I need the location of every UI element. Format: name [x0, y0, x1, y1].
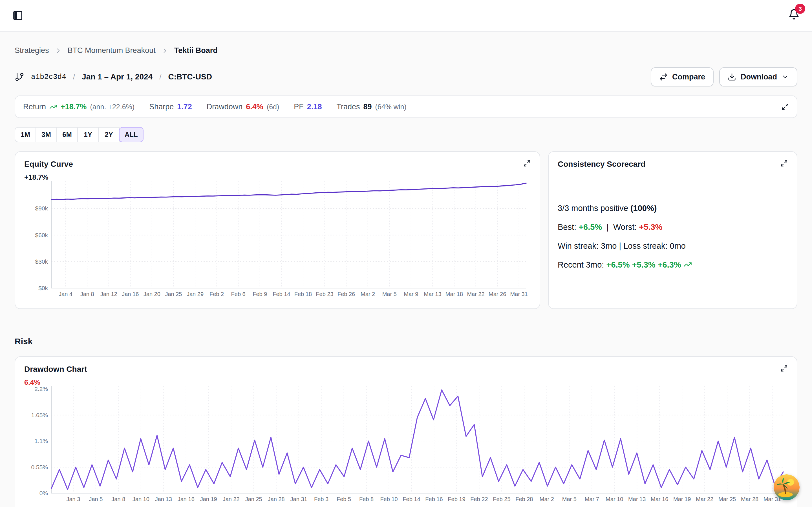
sidebar-toggle-icon[interactable]: [12, 10, 23, 21]
svg-text:Jan 13: Jan 13: [155, 496, 172, 502]
svg-text:Jan 16: Jan 16: [177, 496, 195, 502]
svg-text:Feb 28: Feb 28: [515, 496, 533, 502]
svg-text:Mar 2: Mar 2: [540, 496, 554, 502]
git-branch-icon: [15, 72, 24, 82]
drawdown-value: 6.4%: [246, 103, 263, 111]
drawdown-duration: (6d): [267, 103, 279, 111]
chevron-down-icon: [781, 73, 789, 80]
expand-icon[interactable]: [523, 160, 530, 167]
section-divider: [0, 324, 812, 324]
trending-up-icon: [49, 103, 57, 111]
date-range: Jan 1 – Apr 1, 2024: [82, 72, 153, 81]
svg-text:Jan 8: Jan 8: [111, 496, 125, 502]
svg-text:Feb 19: Feb 19: [448, 496, 465, 502]
svg-text:Jan 3: Jan 3: [66, 496, 80, 502]
svg-text:1.1%: 1.1%: [35, 438, 48, 444]
consistency-body: 3/3 months positive (100%) Best: +6.5% |…: [558, 204, 788, 270]
breadcrumb-current: Tektii Board: [174, 46, 218, 55]
equity-final-return-label: +18.7%: [24, 173, 49, 181]
run-id: a1b2c3d4: [31, 73, 66, 81]
risk-section-title: Risk: [15, 337, 797, 346]
run-header: a1b2c3d4 / Jan 1 – Apr 1, 2024 / C:BTC-U…: [15, 67, 797, 87]
worst-value: +5.3%: [639, 223, 662, 231]
download-icon: [728, 73, 736, 81]
svg-text:Feb 25: Feb 25: [493, 496, 510, 502]
svg-text:Mar 19: Mar 19: [673, 496, 691, 502]
svg-text:1.65%: 1.65%: [31, 412, 48, 418]
return-value: +18.7%: [61, 103, 87, 111]
best-value: +6.5%: [578, 223, 602, 231]
svg-text:Mar 22: Mar 22: [696, 496, 713, 502]
island-fab-button[interactable]: [774, 474, 800, 500]
range-all-button[interactable]: ALL: [119, 127, 144, 142]
max-drawdown-label: 6.4%: [24, 378, 40, 386]
recent-months-line: Recent 3mo: +6.5% +5.3% +6.3%: [558, 260, 788, 270]
compare-label: Compare: [672, 73, 705, 81]
svg-text:Jan 25: Jan 25: [245, 496, 262, 502]
svg-text:Jan 25: Jan 25: [165, 291, 182, 297]
stat-trades: Trades 89 (64% win): [336, 103, 406, 111]
svg-text:$0k: $0k: [38, 285, 48, 291]
svg-text:Jan 5: Jan 5: [89, 496, 103, 502]
svg-text:Jan 29: Jan 29: [187, 291, 204, 297]
svg-text:Mar 13: Mar 13: [628, 496, 646, 502]
breadcrumb-strategy[interactable]: BTC Momentum Breakout: [68, 46, 156, 55]
range-2y-button[interactable]: 2Y: [98, 127, 119, 142]
svg-text:0.55%: 0.55%: [31, 464, 48, 470]
svg-text:Feb 3: Feb 3: [314, 496, 328, 502]
range-6m-button[interactable]: 6M: [56, 127, 78, 142]
chevron-right-icon: [161, 47, 168, 54]
svg-text:Feb 9: Feb 9: [253, 291, 267, 297]
svg-text:Mar 31: Mar 31: [510, 291, 528, 297]
compare-button[interactable]: Compare: [651, 67, 714, 87]
svg-text:Mar 16: Mar 16: [651, 496, 668, 502]
svg-text:$60k: $60k: [35, 232, 48, 238]
svg-text:Jan 16: Jan 16: [122, 291, 139, 297]
range-1m-button[interactable]: 1M: [15, 127, 36, 142]
months-positive-line: 3/3 months positive (100%): [558, 204, 788, 213]
range-3m-button[interactable]: 3M: [36, 127, 57, 142]
svg-text:Feb 26: Feb 26: [338, 291, 355, 297]
time-range-selector: 1M 3M 6M 1Y 2Y ALL: [15, 127, 797, 142]
drawdown-chart-card: Drawdown Chart 6.4% Jan 3Jan 5Jan 8Jan 1…: [15, 356, 797, 507]
stats-bar: Return +18.7% (ann. +22.6%) Sharpe 1.72 …: [15, 96, 797, 118]
drawdown-chart: Jan 3Jan 5Jan 8Jan 10Jan 13Jan 16Jan 19J…: [24, 381, 788, 506]
notifications-button[interactable]: 3: [788, 9, 800, 22]
notification-count-badge: 3: [795, 4, 805, 14]
download-button[interactable]: Download: [719, 67, 797, 87]
stat-sharpe: Sharpe 1.72: [149, 103, 192, 111]
stats-expand-icon[interactable]: [781, 103, 789, 110]
svg-text:Mar 5: Mar 5: [562, 496, 576, 502]
svg-text:Mar 26: Mar 26: [489, 291, 506, 297]
svg-text:Feb 22: Feb 22: [470, 496, 488, 502]
range-1y-button[interactable]: 1Y: [77, 127, 99, 142]
months-positive-pct: (100%): [630, 204, 657, 213]
consistency-title: Consistency Scorecard: [558, 160, 645, 169]
svg-text:Feb 10: Feb 10: [380, 496, 398, 502]
svg-text:Jan 19: Jan 19: [200, 496, 217, 502]
pf-value: 2.18: [307, 103, 322, 111]
expand-icon[interactable]: [780, 365, 788, 372]
separator: /: [73, 73, 75, 81]
top-bar: 3: [0, 0, 812, 32]
svg-text:Feb 2: Feb 2: [209, 291, 224, 297]
symbol: C:BTC-USD: [168, 72, 212, 81]
svg-text:Feb 14: Feb 14: [403, 496, 420, 502]
return-annualized: (ann. +22.6%): [90, 103, 135, 111]
expand-icon[interactable]: [780, 160, 788, 167]
svg-text:Feb 23: Feb 23: [316, 291, 333, 297]
drawdown-chart-title: Drawdown Chart: [24, 365, 87, 374]
svg-text:Jan 4: Jan 4: [59, 291, 72, 297]
equity-curve-title: Equity Curve: [24, 160, 73, 169]
svg-text:Feb 5: Feb 5: [337, 496, 351, 502]
compare-icon: [659, 73, 668, 81]
svg-text:Mar 13: Mar 13: [424, 291, 441, 297]
svg-text:Feb 16: Feb 16: [425, 496, 443, 502]
recent-values: +6.5% +5.3% +6.3%: [606, 260, 681, 269]
svg-text:Feb 14: Feb 14: [273, 291, 290, 297]
chevron-right-icon: [55, 47, 62, 54]
svg-text:$90k: $90k: [35, 205, 48, 212]
stat-drawdown: Drawdown 6.4% (6d): [207, 103, 280, 111]
breadcrumb-strategies[interactable]: Strategies: [15, 46, 49, 55]
equity-curve-card: Equity Curve +18.7% Jan 4Jan 8Jan 12Jan …: [15, 151, 540, 309]
